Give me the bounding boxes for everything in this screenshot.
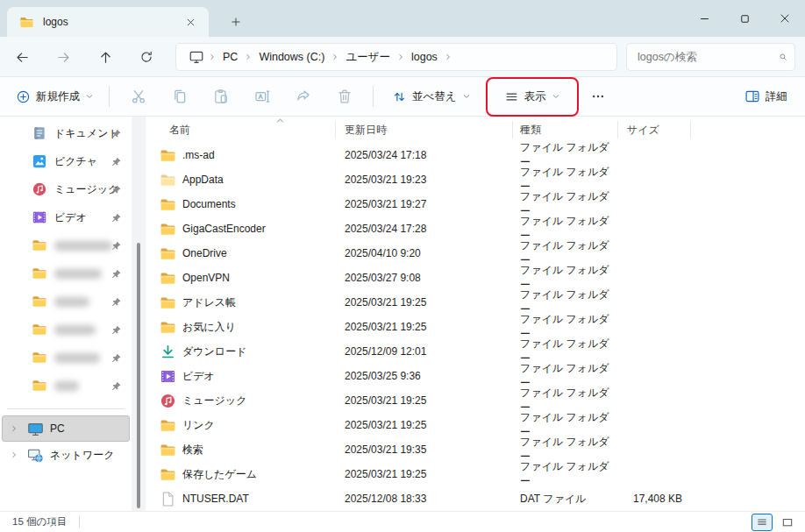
sort-icon xyxy=(392,89,407,104)
rename-button[interactable] xyxy=(241,88,282,105)
sidebar-item-redacted[interactable] xyxy=(2,287,130,316)
view-button[interactable]: 表示 xyxy=(497,83,567,110)
sidebar-item-pc[interactable]: PC xyxy=(2,415,130,442)
file-row[interactable]: 保存したゲーム 2025/03/21 19:25 ファイル フォルダー xyxy=(146,462,805,486)
file-name: Documents xyxy=(182,198,236,210)
file-date-modified: 2025/04/10 9:20 xyxy=(336,247,513,259)
share-button[interactable] xyxy=(282,88,324,105)
file-row[interactable]: .ms-ad 2025/03/24 17:18 ファイル フォルダー xyxy=(146,143,805,167)
sidebar-item-redacted[interactable] xyxy=(2,231,130,259)
file-row[interactable]: ダウンロード 2025/12/09 12:01 ファイル フォルダー xyxy=(146,339,805,364)
up-button[interactable] xyxy=(90,42,120,72)
folder-icon xyxy=(32,378,47,394)
breadcrumb-item[interactable]: Windows (C:) xyxy=(253,51,331,63)
sidebar-item-redacted[interactable] xyxy=(2,259,130,287)
file-row[interactable]: OpenVPN 2025/03/27 9:08 ファイル フォルダー xyxy=(146,266,805,290)
folder-icon xyxy=(32,322,47,337)
sidebar-tree-items: PC ネットワーク xyxy=(0,415,132,468)
pin-icon xyxy=(110,379,123,393)
file-date-modified: 2025/03/21 19:25 xyxy=(336,296,513,309)
pin-icon xyxy=(110,295,123,309)
sidebar-item-music[interactable]: ミュージック xyxy=(2,175,130,203)
folder-icon xyxy=(160,270,176,287)
sidebar-item-label xyxy=(54,241,112,251)
minimize-button[interactable] xyxy=(684,0,724,37)
details-pane-button[interactable]: 詳細 xyxy=(737,82,794,110)
column-header[interactable]: 種類 xyxy=(513,121,618,138)
folder-icon xyxy=(160,319,176,336)
file-name: GigaCastEncoder xyxy=(182,223,266,235)
file-type: ファイル フォルダー xyxy=(513,459,618,489)
folder-icon xyxy=(32,238,47,253)
back-button[interactable] xyxy=(7,42,37,72)
file-list-body: .ms-ad 2025/03/24 17:18 ファイル フォルダー AppDa… xyxy=(146,143,805,511)
details-view-toggle[interactable] xyxy=(752,514,773,531)
file-row[interactable]: AppData 2025/03/21 19:23 ファイル フォルダー xyxy=(146,167,805,192)
file-row[interactable]: ミュージック 2025/03/21 19:25 ファイル フォルダー xyxy=(146,388,805,413)
file-row[interactable]: NTUSER.DAT 2025/12/08 18:33 DAT ファイル 17,… xyxy=(146,486,805,511)
folder-icon xyxy=(160,442,176,458)
sidebar-item-label: ビデオ xyxy=(54,210,87,225)
ellipsis-icon xyxy=(590,89,606,104)
pin-icon xyxy=(110,155,123,168)
forward-button[interactable] xyxy=(48,42,78,72)
cut-button[interactable] xyxy=(118,88,159,105)
file-row[interactable]: OneDrive 2025/04/10 9:20 ファイル フォルダー xyxy=(146,241,805,266)
sidebar-item-redacted[interactable] xyxy=(2,372,130,400)
sidebar-pinned-items: ドキュメント ピクチャ ミュージック ビデオ xyxy=(0,119,132,400)
file-row[interactable]: ビデオ 2025/03/25 9:36 ファイル フォルダー xyxy=(146,364,805,388)
up-icon xyxy=(98,50,113,65)
sort-button[interactable]: 並べ替え xyxy=(385,83,478,110)
close-window-button[interactable] xyxy=(765,0,805,37)
sidebar-item-redacted[interactable] xyxy=(2,316,130,344)
search-box[interactable] xyxy=(626,43,795,71)
file-row[interactable]: お気に入り 2025/03/21 19:25 ファイル フォルダー xyxy=(146,315,805,339)
breadcrumb-items: PC Windows (C:) ユーザー logos xyxy=(217,50,452,65)
sidebar-item-network[interactable]: ネットワーク xyxy=(2,442,130,468)
column-header[interactable]: 更新日時 xyxy=(336,121,513,138)
column-header[interactable]: サイズ xyxy=(618,121,691,138)
toolbar-divider xyxy=(373,86,374,107)
copy-button[interactable] xyxy=(159,88,200,105)
copy-icon xyxy=(171,88,189,105)
sidebar-scrollbar[interactable] xyxy=(132,117,146,511)
file-name: ダウンロード xyxy=(182,344,246,359)
file-row[interactable]: アドレス帳 2025/03/21 19:25 ファイル フォルダー xyxy=(146,290,805,315)
details-pane-label: 詳細 xyxy=(766,89,787,104)
breadcrumb-item[interactable]: logos xyxy=(405,51,444,63)
more-options-button[interactable] xyxy=(583,89,613,104)
sidebar-item-docs[interactable]: ドキュメント xyxy=(2,119,130,147)
close-icon xyxy=(185,17,196,28)
folder-icon xyxy=(160,221,176,238)
large-icons-view-toggle[interactable] xyxy=(777,514,798,531)
column-header[interactable]: 名前 xyxy=(146,121,336,138)
delete-button[interactable] xyxy=(324,88,365,105)
refresh-icon xyxy=(139,50,153,64)
maximize-button[interactable] xyxy=(724,0,765,37)
status-divider xyxy=(79,516,80,528)
file-row[interactable]: Documents 2025/03/21 19:27 ファイル フォルダー xyxy=(146,192,805,216)
new-button[interactable]: 新規作成 xyxy=(9,83,101,110)
refresh-button[interactable] xyxy=(132,42,161,72)
new-tab-button[interactable] xyxy=(224,11,247,33)
sidebar-item-redacted[interactable] xyxy=(2,344,130,372)
sidebar-item-pics[interactable]: ピクチャ xyxy=(2,147,130,175)
file-name: ミュージック xyxy=(182,394,246,408)
scrollbar-thumb[interactable] xyxy=(137,243,140,508)
maximize-icon xyxy=(738,12,752,25)
folder-icon xyxy=(160,172,176,188)
pin-icon xyxy=(110,183,123,196)
tab-close-button[interactable] xyxy=(179,11,202,33)
breadcrumb[interactable]: PC Windows (C:) ユーザー logos xyxy=(175,43,617,71)
file-row[interactable]: 検索 2025/03/21 19:35 ファイル フォルダー xyxy=(146,437,805,462)
file-name: リンク xyxy=(182,418,215,433)
breadcrumb-item[interactable]: ユーザー xyxy=(339,50,396,65)
breadcrumb-item[interactable]: PC xyxy=(217,51,244,63)
paste-button[interactable] xyxy=(200,88,241,105)
sidebar-item-video[interactable]: ビデオ xyxy=(2,203,130,231)
file-row[interactable]: リンク 2025/03/21 19:25 ファイル フォルダー xyxy=(146,413,805,437)
search-input[interactable] xyxy=(638,51,779,63)
file-row[interactable]: GigaCastEncoder 2025/03/24 17:28 ファイル フォ… xyxy=(146,216,805,241)
explorer-tab[interactable]: logos xyxy=(7,7,209,37)
sidebar-item-label xyxy=(54,325,96,335)
